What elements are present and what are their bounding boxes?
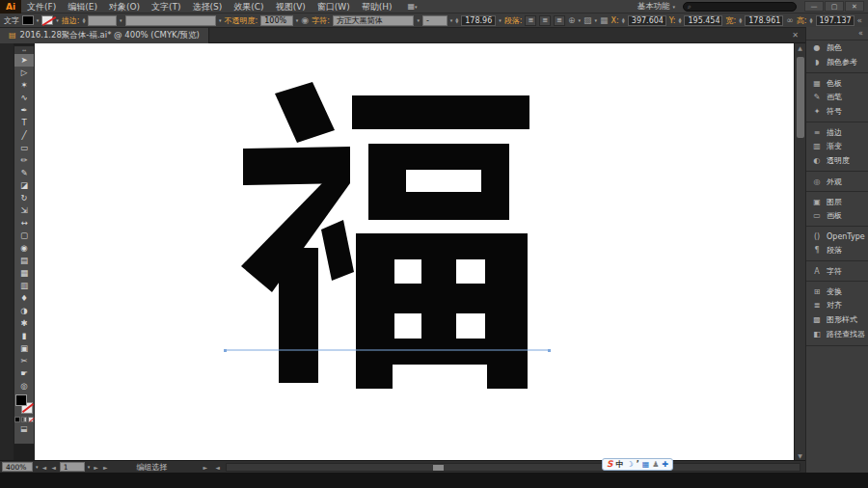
menu-item[interactable]: 选择(S) bbox=[187, 0, 229, 14]
width-tool[interactable]: ↔ bbox=[14, 217, 34, 230]
ime-punctuation-icon[interactable]: ’ bbox=[637, 459, 639, 470]
next-artboard-icon[interactable]: ► bbox=[93, 464, 99, 471]
collapse-control-bar-icon[interactable]: « bbox=[857, 15, 865, 25]
menu-item[interactable]: 文字(T) bbox=[146, 0, 187, 14]
selection-tool[interactable]: ➤ bbox=[14, 54, 34, 67]
envelope-distort-icon[interactable]: ⊕ bbox=[568, 15, 576, 25]
drawing-mode-icon[interactable]: ⬓ bbox=[20, 424, 28, 433]
character-label[interactable]: 字符: bbox=[312, 15, 330, 26]
panel-item-transparency[interactable]: ◐ 透明度 bbox=[806, 153, 868, 168]
x-position-field[interactable]: 397.604 bbox=[628, 15, 666, 26]
mesh-tool[interactable]: ▦ bbox=[14, 267, 34, 280]
font-style-field[interactable]: - bbox=[422, 15, 448, 26]
panel-item-appearance[interactable]: ◎ 外观 bbox=[806, 171, 868, 188]
paragraph-label[interactable]: 段落: bbox=[504, 15, 523, 26]
stroke-color-swatch[interactable] bbox=[41, 15, 53, 25]
panel-item-align[interactable]: ≣ 对齐 bbox=[806, 298, 868, 312]
horizontal-scroll-thumb[interactable] bbox=[433, 465, 444, 471]
panel-item-pathfinder[interactable]: ◧ 路径查找器 bbox=[806, 327, 868, 341]
y-position-field[interactable]: 195.454 bbox=[684, 15, 722, 26]
document-tab[interactable]: ▤ 2016.1.28聚合体-福.ai* @ 400% (CMYK/预览) bbox=[0, 28, 209, 43]
font-size-field[interactable]: 178.96 bbox=[461, 15, 496, 26]
rotate-tool[interactable]: ↻ bbox=[14, 192, 34, 204]
text-wrap-icon[interactable]: ▨ bbox=[583, 15, 592, 25]
panel-item-gradient[interactable]: ▥ 渐变 bbox=[806, 139, 868, 153]
variable-width-profile-field[interactable] bbox=[125, 15, 216, 26]
shape-builder-tool[interactable]: ◉ bbox=[14, 242, 34, 255]
perspective-grid-tool[interactable]: ▤ bbox=[14, 255, 34, 267]
slice-tool[interactable]: ✂ bbox=[14, 355, 34, 367]
menu-item[interactable]: 窗口(W) bbox=[312, 0, 356, 14]
panel-item-stroke[interactable]: ≡ 描边 bbox=[806, 122, 868, 139]
color-mode-button[interactable] bbox=[14, 417, 20, 422]
sogou-logo[interactable]: S bbox=[607, 459, 612, 470]
search-box[interactable]: ⌕ bbox=[683, 2, 797, 12]
fill-color-swatch[interactable] bbox=[22, 15, 34, 25]
stroke-stepper[interactable]: ▲▼ bbox=[82, 17, 85, 24]
font-size-stepper[interactable]: ▲▼ bbox=[455, 17, 458, 24]
restore-button[interactable]: ▢ bbox=[825, 1, 844, 12]
artboard-number-field[interactable]: 1 bbox=[60, 462, 85, 472]
artboard-canvas[interactable] bbox=[35, 43, 794, 460]
stroke-weight-field[interactable] bbox=[88, 15, 117, 26]
menu-item[interactable]: 对象(O) bbox=[103, 0, 146, 14]
panel-item-character[interactable]: A 字符 bbox=[806, 260, 868, 278]
menu-item[interactable]: 帮助(H) bbox=[356, 0, 398, 14]
direct-selection-tool[interactable]: ▷ bbox=[14, 67, 34, 79]
paintbrush-tool[interactable]: ✏ bbox=[14, 154, 34, 167]
opacity-label[interactable]: 不透明度: bbox=[225, 15, 258, 26]
gradient-mode-button[interactable] bbox=[21, 417, 27, 422]
blend-tool[interactable]: ◑ bbox=[14, 305, 34, 317]
type-tool[interactable]: T bbox=[14, 117, 34, 129]
width-field[interactable]: 178.961 bbox=[745, 15, 783, 26]
eyedropper-tool[interactable]: ♦ bbox=[14, 292, 34, 305]
magic-wand-tool[interactable]: ✶ bbox=[14, 79, 34, 92]
height-field[interactable]: 197.137 bbox=[816, 15, 854, 26]
panel-item-swatches[interactable]: ▦ 色板 bbox=[806, 72, 868, 90]
reference-point-locator[interactable]: ▦ bbox=[600, 15, 609, 25]
symbol-sprayer-tool[interactable]: ✱ bbox=[14, 317, 34, 330]
panel-item-artboards[interactable]: ▭ 画板 bbox=[806, 208, 868, 223]
ime-toolbox-icon[interactable]: ✚ bbox=[662, 459, 668, 470]
close-button[interactable]: ✕ bbox=[845, 1, 864, 12]
ime-halfmoon-icon[interactable]: ☽ bbox=[626, 459, 633, 470]
fill-stroke-indicator[interactable] bbox=[14, 393, 34, 416]
panel-item-graphic-styles[interactable]: ▩ 图形样式 bbox=[806, 312, 868, 327]
ime-figure-icon[interactable]: ♟ bbox=[652, 459, 659, 470]
expand-panels-icon[interactable]: « bbox=[806, 27, 868, 41]
line-segment-tool[interactable]: ╱ bbox=[14, 129, 34, 142]
tools-panel-header[interactable]: ↔ bbox=[14, 46, 34, 54]
menu-item[interactable]: 编辑(E) bbox=[62, 0, 103, 14]
panel-item-opentype[interactable]: () OpenType bbox=[806, 226, 868, 243]
scale-tool[interactable]: ⇲ bbox=[14, 204, 34, 217]
lasso-tool[interactable]: ∿ bbox=[14, 92, 34, 104]
scroll-down-icon[interactable]: ▼ bbox=[795, 452, 805, 459]
panel-item-symbols[interactable]: ✦ 符号 bbox=[806, 104, 868, 119]
opacity-field[interactable]: 100% bbox=[260, 15, 293, 26]
close-document-icon[interactable]: ✕ bbox=[792, 31, 805, 40]
link-dimensions-icon[interactable]: ∞ bbox=[786, 15, 794, 25]
scroll-up-icon[interactable]: ▲ bbox=[795, 44, 805, 51]
gradient-tool[interactable]: ▥ bbox=[14, 280, 34, 292]
menu-item[interactable]: 文件(F) bbox=[21, 0, 62, 14]
chevron-down-icon[interactable]: ▾ bbox=[56, 17, 59, 23]
vertical-scrollbar[interactable]: ▲ ▼ bbox=[794, 43, 805, 460]
panel-item-color[interactable]: ● 颜色 bbox=[806, 41, 868, 55]
column-graph-tool[interactable]: ▮ bbox=[14, 330, 34, 342]
pencil-tool[interactable]: ✎ bbox=[14, 167, 34, 179]
vertical-scroll-thumb[interactable] bbox=[797, 57, 804, 138]
panel-item-layers[interactable]: ▣ 图层 bbox=[806, 191, 868, 208]
none-mode-button[interactable] bbox=[28, 417, 34, 422]
menu-item[interactable]: 效果(C) bbox=[228, 0, 269, 14]
status-forward-icon[interactable]: ► bbox=[203, 464, 208, 471]
style-icon[interactable]: ◉ bbox=[301, 15, 309, 25]
arrange-documents-icon[interactable]: ▦▾ bbox=[408, 2, 418, 11]
pen-tool[interactable]: ✒ bbox=[14, 104, 34, 117]
workspace-switcher[interactable]: 基本功能 ▾ bbox=[637, 1, 675, 13]
hand-tool[interactable]: ☛ bbox=[14, 367, 34, 380]
status-back-icon[interactable]: ◄ bbox=[215, 464, 220, 471]
zoom-level-field[interactable]: 400% bbox=[2, 462, 33, 472]
search-input[interactable] bbox=[694, 2, 781, 11]
fill-swatch[interactable] bbox=[15, 394, 27, 406]
align-center-button[interactable]: ≡ bbox=[539, 15, 551, 26]
